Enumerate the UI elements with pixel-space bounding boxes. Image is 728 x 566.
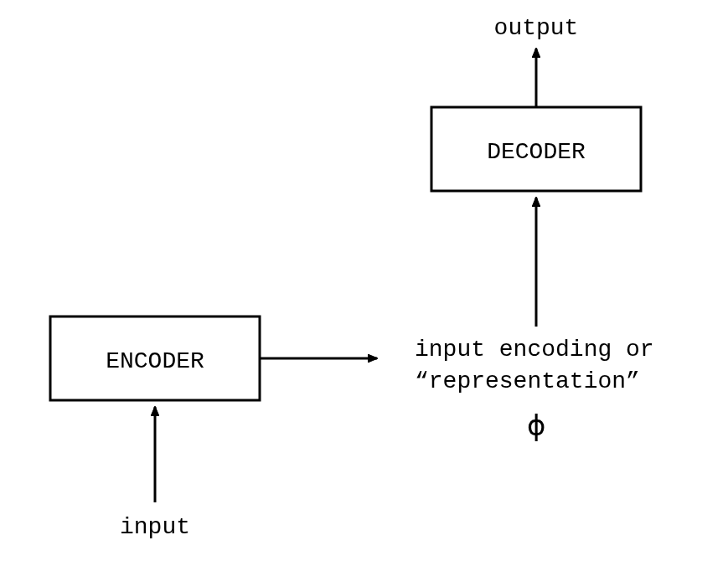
decoder-box-label: DECODER	[487, 139, 586, 165]
input-label: input	[120, 514, 190, 540]
phi-symbol: ɸ	[527, 410, 545, 441]
encoder-decoder-diagram: ENCODER input input encoding or “represe…	[0, 0, 728, 566]
representation-label-line2: “representation”	[415, 368, 640, 394]
output-label: output	[494, 15, 579, 41]
representation-label-line1: input encoding or	[415, 337, 654, 363]
encoder-box-label: ENCODER	[106, 348, 204, 374]
